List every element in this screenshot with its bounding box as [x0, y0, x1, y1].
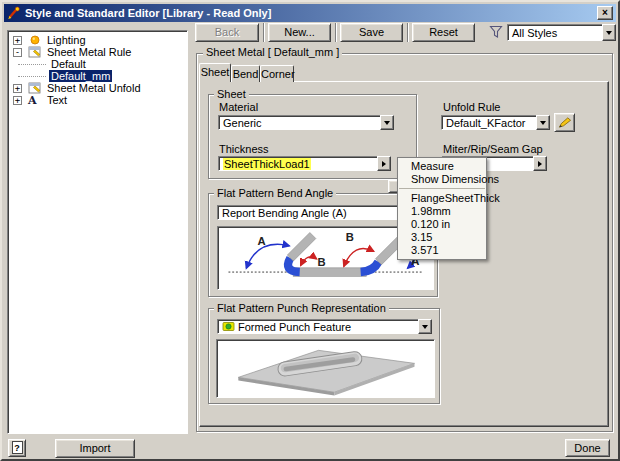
- chevron-down-icon[interactable]: [602, 24, 616, 41]
- close-button[interactable]: ×: [597, 6, 613, 20]
- lighting-icon: [28, 34, 42, 46]
- done-button[interactable]: Done: [565, 439, 610, 457]
- expand-icon[interactable]: +: [13, 36, 22, 45]
- punch-group-title: Flat Pattern Punch Representation: [214, 302, 389, 314]
- tree-item-label: Lighting: [45, 34, 88, 46]
- material-value: Generic: [218, 115, 381, 130]
- menu-item-value[interactable]: 1.98mm: [398, 205, 486, 218]
- expand-icon[interactable]: +: [13, 84, 22, 93]
- close-icon: ×: [602, 7, 608, 18]
- tab-bend[interactable]: Bend: [231, 65, 260, 82]
- tree-item-lighting[interactable]: + Lighting: [8, 34, 187, 46]
- material-label: Material: [216, 101, 261, 113]
- menu-item-measure[interactable]: Measure: [398, 160, 486, 173]
- bend-angle-value: Report Bending Angle (A): [217, 205, 414, 220]
- style-sheet-icon: [28, 82, 42, 94]
- menu-item-value[interactable]: 3.571: [398, 244, 486, 257]
- toolbar-separator: [263, 23, 265, 42]
- style-sheet-icon: [28, 46, 42, 58]
- thickness-label: Thickness: [216, 143, 272, 155]
- toolbar-separator: [407, 23, 409, 42]
- text-style-icon: A: [28, 94, 42, 106]
- tree-item-label: Default_mm: [49, 70, 112, 82]
- expand-icon[interactable]: +: [13, 96, 22, 105]
- unfold-rule-value: Default_KFactor: [441, 115, 537, 130]
- punch-illustration: [218, 341, 433, 396]
- tree-item-label: Text: [45, 94, 69, 106]
- chevron-down-icon[interactable]: [380, 115, 394, 130]
- arrow-right-icon: [538, 161, 542, 167]
- title-bar: Style and Standard Editor [Library - Rea…: [4, 4, 616, 22]
- tree-connector: [18, 64, 46, 65]
- chevron-down-icon[interactable]: [418, 319, 432, 334]
- help-icon: ?: [12, 441, 23, 454]
- edit-unfold-rule-button[interactable]: [554, 113, 575, 132]
- tree-item-label: Sheet Metal Rule: [45, 46, 133, 58]
- tab-corner[interactable]: Corner: [260, 65, 294, 82]
- angle-b-label: B: [318, 256, 326, 268]
- formed-punch-icon: [222, 320, 235, 333]
- tree-item-text[interactable]: + A Text: [8, 94, 187, 106]
- menu-item-flange-sheet-thick[interactable]: FlangeSheetThick: [398, 192, 486, 205]
- miter-gap-label: Miter/Rip/Seam Gap: [440, 143, 546, 155]
- thickness-input[interactable]: SheetThickLoad1: [218, 156, 378, 171]
- tree-item-default[interactable]: Default: [8, 58, 187, 70]
- miter-flyout-button[interactable]: [533, 156, 547, 171]
- save-button[interactable]: Save: [340, 23, 403, 42]
- menu-separator: [399, 188, 485, 189]
- tree-item-default-mm[interactable]: Default_mm: [8, 70, 187, 82]
- menu-item-value[interactable]: 0.120 in: [398, 218, 486, 231]
- tree-item-sheet-metal-unfold[interactable]: + Sheet Metal Unfold: [8, 82, 187, 94]
- new-button[interactable]: New...: [268, 23, 331, 42]
- style-tree[interactable]: + Lighting - Sheet Metal Rule: [7, 30, 188, 434]
- thickness-context-menu: Measure Show Dimensions FlangeSheetThick…: [397, 157, 487, 260]
- tree-item-label: Default: [49, 58, 88, 70]
- arrow-right-icon: [382, 161, 386, 167]
- collapse-icon[interactable]: -: [13, 48, 22, 57]
- thickness-value: SheetThickLoad1: [223, 158, 311, 170]
- material-combo[interactable]: Generic: [218, 115, 394, 130]
- reset-button[interactable]: Reset: [412, 23, 475, 42]
- toolbar-separator: [335, 23, 337, 42]
- punch-representation-value: Formed Punch Feature: [238, 321, 351, 333]
- punch-preview-image: [216, 339, 435, 398]
- bend-angle-combo[interactable]: Report Bending Angle (A): [217, 205, 427, 220]
- tree-item-sheet-metal-rule[interactable]: - Sheet Metal Rule: [8, 46, 187, 58]
- import-button[interactable]: Import: [55, 439, 135, 458]
- style-filter-combo[interactable]: All Styles: [507, 24, 616, 41]
- bend-angle-group-title: Flat Pattern Bend Angle: [214, 187, 336, 199]
- unfold-rule-combo[interactable]: Default_KFactor: [441, 115, 550, 130]
- tree-connector: [18, 76, 46, 77]
- menu-item-value[interactable]: 3.15: [398, 231, 486, 244]
- angle-a-label: A: [258, 235, 266, 247]
- menu-item-show-dimensions[interactable]: Show Dimensions: [398, 173, 486, 186]
- tab-sheet[interactable]: Sheet: [199, 63, 231, 82]
- sheet-metal-group-title: Sheet Metal [ Default_mm ]: [203, 46, 342, 58]
- punch-representation-combo[interactable]: Formed Punch Feature: [217, 319, 432, 334]
- style-filter-value: All Styles: [507, 24, 603, 41]
- filter-icon[interactable]: [489, 25, 503, 39]
- thickness-flyout-button[interactable]: [377, 156, 391, 171]
- tree-item-label: Sheet Metal Unfold: [45, 82, 143, 94]
- sheet-subgroup-title: Sheet: [214, 88, 249, 100]
- window-title: Style and Standard Editor [Library - Rea…: [25, 7, 271, 19]
- style-standard-editor-dialog: Style and Standard Editor [Library - Rea…: [0, 0, 620, 461]
- app-icon: [7, 6, 21, 20]
- help-button[interactable]: ?: [8, 439, 26, 457]
- thickness-field-row: SheetThickLoad1: [218, 156, 391, 171]
- pencil-icon: [557, 116, 573, 129]
- chevron-down-icon[interactable]: [536, 115, 550, 130]
- back-button[interactable]: Back: [195, 23, 259, 42]
- unfold-rule-label: Unfold Rule: [440, 101, 503, 113]
- angle-b-label: B: [346, 231, 354, 243]
